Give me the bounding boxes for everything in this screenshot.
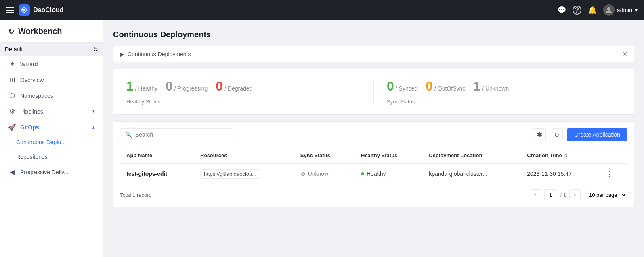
cell-sync-status: ⊘ Unknown bbox=[294, 164, 355, 184]
breadcrumb: ▶ Continuous Deployments bbox=[120, 51, 191, 57]
svg-point-1 bbox=[23, 9, 25, 11]
user-info[interactable]: admin ▾ bbox=[603, 4, 638, 16]
cell-resources: https://gitlab.daoclou... bbox=[194, 164, 294, 184]
progressive-icon: ◀ bbox=[8, 168, 16, 176]
sidebar-item-label: Continuous Deplo... bbox=[16, 139, 66, 145]
pagination-controls: ‹ / 1 › 10 per page 20 per page 50 per p… bbox=[530, 189, 627, 200]
sync-stats-row: 0 / Synced 0 / OutOfSync 1 / Unknown bbox=[387, 79, 509, 94]
breadcrumb-bar: ▶ Continuous Deployments ✕ bbox=[113, 46, 634, 62]
table-header: App Name Resources Sync Status Healthy S… bbox=[120, 147, 627, 164]
stats-divider bbox=[373, 80, 374, 104]
namespaces-icon: ⬡ bbox=[8, 92, 16, 99]
unknown-label: / Unknown bbox=[482, 85, 509, 92]
page-total: / 1 bbox=[560, 192, 566, 198]
sidebar-item-label: Pipelines bbox=[20, 108, 43, 115]
out-of-sync-label: / OutOfSync bbox=[434, 85, 465, 92]
pipelines-icon: ⚙ bbox=[8, 107, 16, 115]
stat-unknown: 1 / Unknown bbox=[473, 79, 509, 94]
stat-synced: 0 / Synced bbox=[387, 79, 417, 94]
synced-number: 0 bbox=[387, 79, 394, 94]
sidebar-item-pipelines[interactable]: ⚙ Pipelines ▾ bbox=[0, 103, 103, 119]
table-body: test-gitops-edit https://gitlab.daoclou.… bbox=[120, 164, 627, 184]
brand-logo bbox=[19, 4, 30, 16]
table-toolbar: 🔍 ↻ Create Application bbox=[120, 128, 627, 141]
svg-point-2 bbox=[607, 7, 610, 11]
total-records: Total 1 record bbox=[120, 192, 152, 198]
wizard-icon: ✦ bbox=[8, 60, 16, 68]
col-app-name: App Name bbox=[120, 147, 194, 164]
layout: ↻ Workbench Default ↻ ✦ Wizard ⊞ Overvie… bbox=[0, 20, 644, 257]
cell-row-actions: ⋮ bbox=[600, 164, 627, 184]
sidebar-section-default[interactable]: Default ↻ bbox=[0, 43, 103, 56]
degraded-number: 0 bbox=[216, 79, 223, 94]
search-input[interactable] bbox=[135, 131, 228, 138]
sidebar-item-gitops[interactable]: 🚀 GitOps ▴ bbox=[0, 119, 103, 135]
sidebar-item-wizard[interactable]: ✦ Wizard bbox=[0, 56, 103, 72]
cell-creation-time: 2023-11-30 15:47 bbox=[520, 164, 600, 184]
help-icon[interactable]: ? bbox=[573, 6, 581, 15]
cell-healthy-status: Healthy bbox=[355, 164, 422, 184]
sort-icon[interactable]: ⇅ bbox=[564, 153, 568, 158]
sync-stats-group: 0 / Synced 0 / OutOfSync 1 / Unknown Syn… bbox=[387, 79, 509, 105]
menu-icon[interactable] bbox=[6, 7, 14, 13]
sidebar-item-label: GitOps bbox=[20, 124, 39, 131]
sidebar-item-continuous-deplo[interactable]: Continuous Deplo... bbox=[0, 135, 103, 150]
refresh-icon[interactable]: ↻ bbox=[550, 128, 563, 141]
table-row: test-gitops-edit https://gitlab.daoclou.… bbox=[120, 164, 627, 184]
next-page-button[interactable]: › bbox=[569, 189, 581, 200]
workbench-label: Workbench bbox=[18, 27, 62, 36]
topnav: DaoCloud 💬 ? 🔔 admin ▾ bbox=[0, 0, 644, 20]
prev-page-button[interactable]: ‹ bbox=[530, 189, 541, 200]
col-deployment-location: Deployment Location bbox=[422, 147, 520, 164]
overview-icon: ⊞ bbox=[8, 76, 16, 84]
healthy-stats-section: 1 / Healthy 0 / Progressing 0 / Degraded… bbox=[126, 79, 361, 105]
create-application-button[interactable]: Create Application bbox=[567, 128, 627, 141]
sidebar-item-label: Overview bbox=[20, 77, 44, 83]
sidebar-item-progressive-deliv[interactable]: ◀ Progressive Deliv... bbox=[0, 164, 103, 180]
data-table: App Name Resources Sync Status Healthy S… bbox=[120, 147, 627, 184]
message-icon[interactable]: 💬 bbox=[557, 6, 566, 15]
stats-card: 1 / Healthy 0 / Progressing 0 / Degraded… bbox=[113, 69, 634, 115]
sync-stats-section: 0 / Synced 0 / OutOfSync 1 / Unknown Syn… bbox=[387, 79, 621, 105]
main-content: Continuous Deployments ▶ Continuous Depl… bbox=[103, 20, 644, 257]
breadcrumb-arrow-icon: ▶ bbox=[120, 51, 124, 57]
close-icon[interactable]: ✕ bbox=[622, 50, 627, 58]
unknown-number: 1 bbox=[473, 79, 480, 94]
sidebar-section-refresh-icon[interactable]: ↻ bbox=[93, 46, 98, 53]
toolbar-actions: ↻ Create Application bbox=[533, 128, 627, 141]
avatar bbox=[603, 4, 615, 16]
bell-icon[interactable]: 🔔 bbox=[588, 6, 597, 15]
workbench-icon: ↻ bbox=[8, 27, 14, 36]
user-name: admin bbox=[617, 7, 632, 13]
sidebar: ↻ Workbench Default ↻ ✦ Wizard ⊞ Overvie… bbox=[0, 20, 103, 257]
row-more-icon[interactable]: ⋮ bbox=[606, 170, 613, 178]
page-input[interactable] bbox=[544, 189, 557, 200]
stat-healthy: 1 / Healthy bbox=[126, 79, 157, 94]
settings-icon[interactable] bbox=[533, 128, 546, 141]
cell-deployment-location: kpanda-global-cluster... bbox=[422, 164, 520, 184]
topnav-left: DaoCloud bbox=[6, 4, 64, 16]
healthy-stats-group: 1 / Healthy 0 / Progressing 0 / Degraded… bbox=[126, 79, 252, 105]
per-page-select[interactable]: 10 per page 20 per page 50 per page bbox=[584, 190, 627, 200]
healthy-label: / Healthy bbox=[135, 85, 157, 92]
stat-out-of-sync: 0 / OutOfSync bbox=[426, 79, 465, 94]
sidebar-item-overview[interactable]: ⊞ Overview bbox=[0, 72, 103, 88]
sidebar-item-label: Progressive Deliv... bbox=[20, 169, 69, 175]
sidebar-item-label: Repositories bbox=[16, 154, 48, 160]
healthy-section-label: Healthy Status bbox=[126, 99, 252, 105]
brand-name: DaoCloud bbox=[33, 6, 64, 14]
col-resources: Resources bbox=[194, 147, 294, 164]
breadcrumb-label: Continuous Deployments bbox=[128, 51, 191, 57]
pipelines-chevron-icon: ▾ bbox=[92, 109, 95, 114]
sidebar-section-label: Default bbox=[5, 46, 23, 53]
sidebar-item-repositories[interactable]: Repositories bbox=[0, 150, 103, 164]
sidebar-item-namespaces[interactable]: ⬡ Namespaces bbox=[0, 88, 103, 103]
brand: DaoCloud bbox=[19, 4, 64, 16]
pagination-bar: Total 1 record ‹ / 1 › 10 per page 20 pe… bbox=[120, 184, 627, 200]
table-card: 🔍 ↻ Create Application App Name bbox=[113, 121, 634, 207]
stat-degraded: 0 / Degraded bbox=[216, 79, 252, 94]
col-sync-status: Sync Status bbox=[294, 147, 355, 164]
user-chevron-icon: ▾ bbox=[635, 7, 638, 13]
progressing-label: / Progressing bbox=[174, 85, 208, 92]
search-box[interactable]: 🔍 bbox=[120, 128, 233, 141]
